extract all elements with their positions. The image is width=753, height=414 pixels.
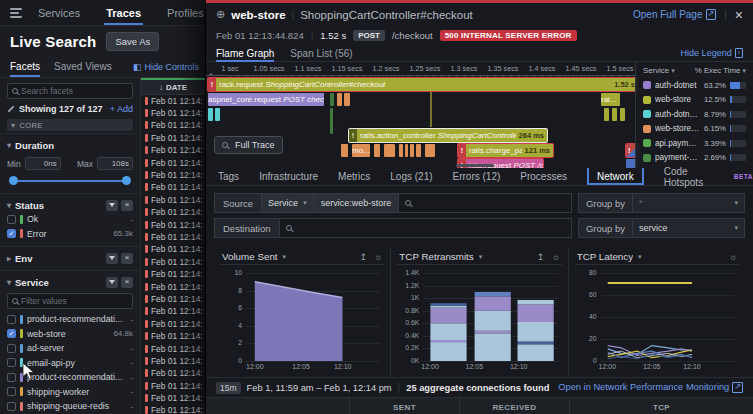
gear-icon[interactable]: ☼: [551, 252, 559, 262]
legend-row-auth-dotnet[interactable]: auth-dotnet63.2%: [643, 78, 746, 93]
trace-list-row[interactable]: Feb 01 12:14:: [141, 244, 205, 256]
export-icon[interactable]: ↥: [360, 252, 368, 262]
span-rails-action-controller[interactable]: !rails.action_controller ShoppingCartCon…: [349, 129, 547, 142]
span-bar[interactable]: [330, 93, 334, 106]
tab-logs-21[interactable]: Logs (21): [390, 168, 432, 185]
source-group-by-select[interactable]: * ▾: [633, 193, 745, 213]
full-trace-button[interactable]: Full Trace: [214, 136, 283, 154]
destination-search-input[interactable]: [280, 218, 572, 238]
tab-network[interactable]: Network: [587, 168, 644, 185]
legend-service-header[interactable]: Service ▾: [643, 66, 675, 75]
service-row-web-store[interactable]: ✓web-store64.8k: [7, 327, 133, 342]
flame-scrollbar[interactable]: [456, 164, 494, 167]
span-bar[interactable]: [425, 144, 435, 157]
facet-duration-header[interactable]: ▾ Duration: [7, 138, 133, 152]
facet-status-header[interactable]: ▾ Status ×: [7, 198, 133, 212]
source-filter-chip[interactable]: service:web-store: [314, 193, 400, 213]
duration-min-input[interactable]: [25, 157, 61, 170]
trace-list-row[interactable]: Feb 01 12:14:: [141, 194, 205, 206]
span-aspnet-core-request[interactable]: aspnet_core.request POST check-token: [208, 93, 324, 106]
tab-code-hotspots[interactable]: Code HotspotsBETA: [664, 168, 753, 185]
legend-row-auth-dotnet-po[interactable]: auth-dotnet-po...8.79%: [643, 107, 746, 122]
span-bar[interactable]: [208, 108, 213, 121]
source-search-input[interactable]: [399, 193, 572, 213]
trace-list-row[interactable]: Feb 01 12:14:: [141, 293, 205, 305]
service-row-shipping-worker[interactable]: shipping-worker-: [7, 385, 133, 400]
service-row-shipping-queue-redis[interactable]: shipping-queue-redis-: [7, 399, 133, 414]
add-facet-button[interactable]: + Add: [110, 104, 133, 114]
span-bar[interactable]: [405, 144, 408, 157]
tab-facets[interactable]: Facets: [10, 56, 40, 77]
span-bar[interactable]: [374, 144, 380, 157]
trace-list-row[interactable]: Feb 01 12:14:: [141, 169, 205, 181]
hide-legend-link[interactable]: Hide Legend ›: [681, 45, 743, 61]
span-bar[interactable]: [399, 144, 403, 157]
trace-list-row[interactable]: Feb 01 12:14:: [141, 392, 205, 404]
status-row-error[interactable]: ✓Error65.3k: [7, 227, 133, 242]
table-header-sent[interactable]: SENT: [349, 398, 459, 414]
date-column-header[interactable]: ↓ DATE: [141, 80, 205, 95]
open-npm-link[interactable]: Open in Network Performance Monitoring ↗: [558, 382, 743, 393]
trace-list-row[interactable]: Feb 01 12:14:: [141, 107, 205, 119]
checkbox[interactable]: [7, 373, 16, 382]
trace-list-row[interactable]: Feb 01 12:14:: [141, 268, 205, 280]
span-rack-request[interactable]: !rack.request ShoppingCartController#che…: [208, 78, 638, 91]
facet-service-header[interactable]: ▾ Service ×: [7, 275, 133, 289]
clear-filter-icon[interactable]: ×: [121, 253, 133, 264]
table-header-received[interactable]: RECEIVED: [459, 398, 569, 414]
tab-processes[interactable]: Processes: [520, 168, 567, 185]
checkbox[interactable]: [7, 315, 16, 324]
hide-controls-link[interactable]: ◧ Hide Controls: [133, 62, 199, 72]
source-type-select[interactable]: Service ▾: [262, 193, 314, 213]
nav-tab-traces[interactable]: Traces: [104, 0, 143, 25]
trace-list-row[interactable]: Feb 01 12:14:: [141, 380, 205, 392]
filter-icon[interactable]: [106, 277, 118, 288]
filter-values-input[interactable]: [21, 296, 128, 306]
span-rails-charge-payment[interactable]: !rails.charge_payment121 ms: [458, 144, 553, 157]
service-row-product-recommendati[interactable]: product-recommendati...-: [7, 370, 133, 385]
span-bar[interactable]: [604, 108, 609, 121]
checkbox[interactable]: [7, 387, 16, 396]
tab-span-list-56[interactable]: Span List (56): [290, 45, 352, 61]
trace-list-row[interactable]: Feb 01 12:14:: [141, 256, 205, 268]
span-bar[interactable]: [620, 108, 625, 121]
caret-down-icon[interactable]: ▾: [479, 253, 483, 261]
span-bar[interactable]: [416, 144, 421, 157]
trace-list-row[interactable]: Feb 01 12:14:: [141, 405, 205, 414]
service-row-email-api-py[interactable]: email-api-py-: [7, 356, 133, 371]
destination-group-by-select[interactable]: service ▾: [633, 218, 745, 238]
checkbox[interactable]: ✓: [7, 229, 16, 238]
span-rai[interactable]: rai...: [601, 93, 620, 106]
trace-list-row[interactable]: Feb 01 12:14:: [141, 145, 205, 157]
trace-list-row[interactable]: Feb 01 12:14:: [141, 355, 205, 367]
trace-list-row[interactable]: Feb 01 12:14:: [141, 95, 205, 107]
clear-filter-icon[interactable]: ×: [121, 200, 133, 211]
checkbox[interactable]: [7, 402, 16, 411]
checkbox[interactable]: [7, 344, 16, 353]
caret-down-icon[interactable]: ▾: [283, 253, 287, 261]
trace-list-row[interactable]: Feb 01 12:14:: [141, 231, 205, 243]
duration-slider[interactable]: [9, 174, 131, 188]
trace-list-row[interactable]: Feb 01 12:14:: [141, 182, 205, 194]
service-row-product-recommendati[interactable]: product-recommendati...-: [7, 312, 133, 327]
span-bar[interactable]: [384, 144, 395, 157]
trace-list-row[interactable]: Feb 01 12:14:: [141, 343, 205, 355]
nav-tab-services[interactable]: Services: [36, 0, 82, 25]
export-icon[interactable]: ↥: [537, 252, 545, 262]
tab-infrastructure[interactable]: Infrastructure: [259, 168, 318, 185]
duration-max-input[interactable]: [97, 157, 133, 170]
checkbox[interactable]: [7, 215, 16, 224]
table-header-tcp[interactable]: TCP: [569, 398, 753, 414]
caret-down-icon[interactable]: ▾: [638, 253, 642, 261]
trace-list-row[interactable]: Feb 01 12:14:: [141, 368, 205, 380]
span-bar[interactable]: [215, 108, 220, 121]
trace-list-row[interactable]: Feb 01 12:14:: [141, 207, 205, 219]
trace-list-row[interactable]: Feb 01 12:14:: [141, 306, 205, 318]
legend-row-web-store[interactable]: web-store12.5%: [643, 93, 746, 108]
legend-row-web-store-mon[interactable]: web-store-mon...6.15%: [643, 122, 746, 137]
filter-icon[interactable]: [106, 253, 118, 264]
tab-errors-12[interactable]: Errors (12): [453, 168, 501, 185]
span-bar[interactable]: [337, 93, 342, 106]
span-bar[interactable]: [410, 144, 414, 157]
span-bar[interactable]: [344, 93, 350, 106]
